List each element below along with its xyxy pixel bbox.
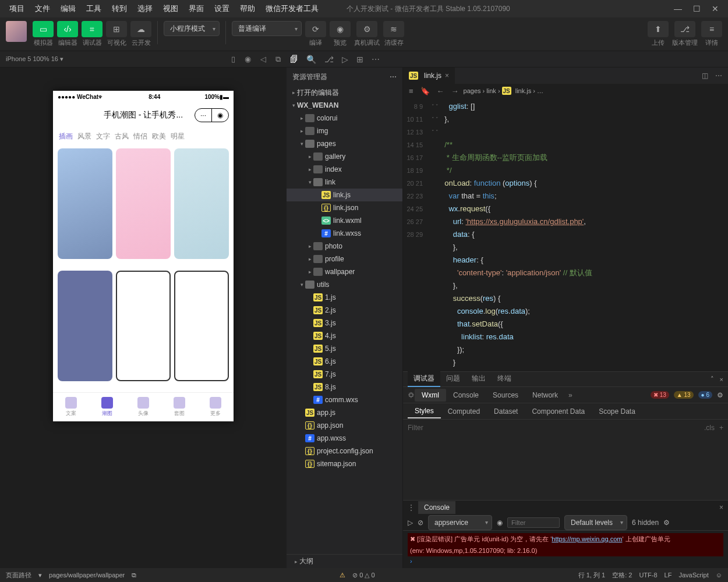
tree-app.json[interactable]: {}app.json	[287, 419, 402, 432]
tree-colorui[interactable]: ▸colorui	[287, 112, 402, 125]
tree-link.js[interactable]: JSlink.js	[287, 189, 402, 201]
cat-tab[interactable]: 欧美	[152, 132, 166, 141]
tree-index[interactable]: ▸index	[287, 163, 402, 176]
menu-工具[interactable]: 工具	[82, 1, 106, 16]
close-icon[interactable]: ×	[720, 376, 723, 383]
menu-选择[interactable]: 选择	[133, 1, 157, 16]
git-icon[interactable]: ⎇	[324, 55, 334, 64]
tree-7.js[interactable]: JS7.js	[287, 368, 402, 381]
eol[interactable]: LF	[665, 572, 672, 579]
tab-bar[interactable]: 文案潮图头像套图更多	[53, 392, 234, 421]
tree-link.wxml[interactable]: <>link.wxml	[287, 214, 402, 227]
cursor-pos[interactable]: 行 1, 列 1	[578, 571, 605, 580]
tree-sitemap.json[interactable]: {}sitemap.json	[287, 457, 402, 470]
preview-button[interactable]: ◉	[330, 21, 351, 37]
tree-profile[interactable]: ▸profile	[287, 253, 402, 265]
feedback-icon[interactable]: ☺	[716, 572, 722, 579]
wallpaper-item[interactable]	[58, 271, 112, 381]
wallpaper-item[interactable]	[174, 271, 229, 381]
copy-icon[interactable]: ⧉	[132, 572, 136, 579]
wallpaper-item[interactable]	[116, 148, 171, 259]
menu-文件[interactable]: 文件	[30, 1, 55, 16]
wallpaper-item[interactable]	[174, 148, 229, 259]
tree-photo[interactable]: ▸photo	[287, 240, 402, 253]
tree-comm.wxs[interactable]: #comm.wxs	[287, 393, 402, 406]
close-icon[interactable]: ×	[719, 503, 723, 512]
console-tab[interactable]: Console	[418, 501, 455, 514]
styles-Scope Data[interactable]: Scope Data	[592, 405, 642, 418]
version-button[interactable]: ⎇	[674, 21, 695, 37]
styles-Computed[interactable]: Computed	[441, 405, 487, 418]
menu-微信开发者工具[interactable]: 微信开发者工具	[261, 1, 323, 16]
play-icon[interactable]: ▷	[408, 519, 413, 527]
code-editor[interactable]: 8 9 10 11 12 13 14 15 16 17 18 19 20 21 …	[403, 98, 728, 371]
debug-icon[interactable]: ▷	[342, 55, 348, 64]
tabbar-item[interactable]: 更多	[210, 397, 221, 417]
gear-icon[interactable]: ⚙	[663, 519, 670, 527]
inspect-icon[interactable]: ⯐	[408, 391, 415, 399]
forward-icon[interactable]: →	[451, 87, 459, 95]
subtab-Sources[interactable]: Sources	[486, 389, 525, 402]
upload-button[interactable]: ⬆	[648, 21, 669, 37]
tree-img[interactable]: ▸img	[287, 125, 402, 137]
add-button[interactable]: +	[719, 424, 723, 432]
mute-icon[interactable]: ◁	[260, 55, 266, 64]
cat-tab[interactable]: 插画	[59, 132, 73, 141]
debugger-toggle[interactable]: ⌗	[82, 21, 103, 37]
eye-icon[interactable]: ◉	[497, 519, 503, 527]
capsule-close[interactable]: ◉	[211, 108, 229, 122]
simulator-toggle[interactable]: ▭	[33, 21, 54, 37]
more-icon[interactable]: ⋯	[715, 72, 722, 80]
devtab-输出[interactable]: 输出	[466, 371, 492, 387]
warn-badge[interactable]: ▲ 13	[674, 391, 694, 399]
editor-toggle[interactable]: ‹/›	[57, 21, 78, 37]
language[interactable]: JavaScript	[678, 572, 708, 579]
tree-utils[interactable]: ▾utils	[287, 278, 402, 291]
open-editors-section[interactable]: ▸打开的编辑器	[287, 86, 402, 99]
cat-tab[interactable]: 古风	[115, 132, 129, 141]
tree-pages[interactable]: ▾pages	[287, 137, 402, 150]
tree-5.js[interactable]: JS5.js	[287, 342, 402, 355]
tree-gallery[interactable]: ▸gallery	[287, 150, 402, 163]
project-section[interactable]: ▾WX_WENAN	[287, 99, 402, 112]
warning-icon[interactable]: ⚠	[340, 572, 345, 579]
cloud-toggle[interactable]: ☁	[130, 21, 151, 37]
chevron-up-icon[interactable]: ˄	[711, 375, 714, 383]
console-filter[interactable]	[507, 517, 560, 528]
tree-link.json[interactable]: {}link.json	[287, 201, 402, 214]
menu-设置[interactable]: 设置	[210, 1, 234, 16]
menu-编辑[interactable]: 编辑	[56, 1, 80, 16]
tree-3.js[interactable]: JS3.js	[287, 317, 402, 329]
tabbar-item[interactable]: 头像	[137, 397, 149, 417]
more-icon[interactable]: ⋯	[390, 73, 397, 81]
filter-input[interactable]: Filter	[408, 424, 423, 432]
encoding[interactable]: UTF-8	[639, 572, 657, 579]
visual-toggle[interactable]: ⊞	[106, 21, 127, 37]
gear-icon[interactable]: ⚙	[717, 391, 723, 399]
info-badge[interactable]: ● 6	[698, 391, 712, 399]
menu-转到[interactable]: 转到	[107, 1, 132, 16]
devtab-终端[interactable]: 终端	[492, 371, 517, 387]
phone-simulator[interactable]: ●●●●● WeChatᯤ 8:44 100% ▮▬ 手机潮图 - 让手机秀..…	[53, 91, 234, 421]
compile-dropdown[interactable]: 普通编译	[232, 21, 302, 36]
detail-button[interactable]: ≡	[701, 21, 722, 37]
list-icon[interactable]: ≡	[409, 87, 414, 95]
scope-select[interactable]: appservice	[428, 515, 492, 530]
record-icon[interactable]: ◉	[245, 55, 251, 64]
console-prompt[interactable]: ›	[408, 556, 723, 566]
tree-1.js[interactable]: JS1.js	[287, 291, 402, 304]
ext-icon[interactable]: ⊞	[356, 55, 363, 64]
subtab-Console[interactable]: Console	[446, 389, 486, 402]
devtab-问题[interactable]: 问题	[440, 371, 466, 387]
menu-视图[interactable]: 视图	[158, 1, 183, 16]
styles-Component Data[interactable]: Component Data	[525, 405, 592, 418]
tabbar-item[interactable]: 文案	[65, 397, 77, 417]
cat-tab[interactable]: 情侣	[133, 132, 147, 141]
styles-Styles[interactable]: Styles	[408, 404, 441, 418]
avatar[interactable]	[6, 21, 27, 42]
tree-2.js[interactable]: JS2.js	[287, 304, 402, 317]
back-icon[interactable]: ←	[437, 87, 444, 95]
close-button[interactable]: ✕	[707, 1, 723, 17]
tabbar-item[interactable]: 潮图	[101, 397, 113, 417]
subtab-Wxml[interactable]: Wxml	[415, 389, 446, 402]
